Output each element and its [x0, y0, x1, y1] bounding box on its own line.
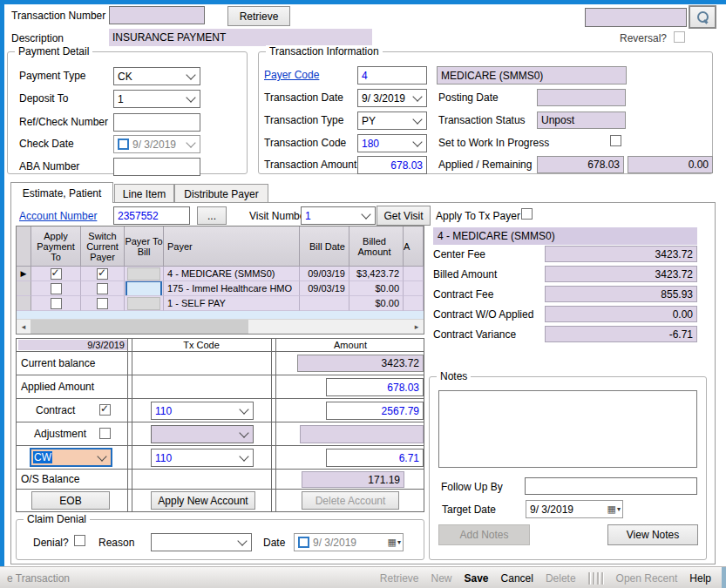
- chevron-down-icon: [239, 451, 248, 461]
- billed-amount-field: 3423.72: [545, 266, 697, 282]
- applied-amount-row: Applied Amount 678.03: [17, 375, 424, 399]
- contract-wo-applied-label: Contract W/O Applied: [433, 308, 533, 321]
- dropdown-arrow-icon: ▾: [617, 505, 621, 513]
- contract-txcode-select[interactable]: 110: [151, 402, 254, 420]
- payer-row-medicare[interactable]: ▶ 4 - MEDICARE (SMMS0) 09/03/19 $3,423.7…: [17, 267, 424, 281]
- claim-denial-title: Claim Denial: [24, 513, 90, 525]
- scrollbar-thumb[interactable]: [31, 320, 248, 334]
- eob-button[interactable]: EOB: [31, 491, 110, 510]
- grid-separator: [127, 339, 132, 511]
- current-balance-field: 3423.72: [297, 355, 424, 372]
- os-balance-field: 171.19: [302, 471, 404, 488]
- col-bill-date: Bill Date: [300, 226, 349, 267]
- row-selector-icon: ▶: [17, 267, 31, 281]
- payer-to-bill-cell[interactable]: [127, 267, 160, 280]
- contract-amount-input[interactable]: 2567.79: [326, 402, 424, 420]
- payer-cell: 175 - Immel Healthcare HMO: [164, 281, 300, 296]
- contract-fee-field: 855.93: [545, 286, 697, 302]
- contract-label: Contract: [36, 404, 75, 416]
- applied-amount-input[interactable]: 678.03: [326, 378, 424, 396]
- adjustment-row: Adjustment: [17, 422, 424, 446]
- payer-row-immel[interactable]: 175 - Immel Healthcare HMO 09/03/19 $0.0…: [17, 281, 424, 296]
- switch-payer-checkbox[interactable]: [97, 298, 108, 309]
- denial-date-label: Date: [263, 537, 285, 549]
- apply-grid: 9/3/2019 Tx Code Amount Current balance …: [16, 338, 424, 512]
- contract-checkbox[interactable]: [99, 404, 111, 416]
- payer-row-selfpay[interactable]: 1 - SELF PAY $0.00: [17, 296, 424, 311]
- current-balance-row: Current balance 3423.72: [17, 352, 424, 375]
- switch-payer-checkbox[interactable]: [97, 283, 108, 294]
- summary-header: 4 - MEDICARE (SMMS0): [433, 227, 697, 245]
- tab-page-content: Account Number 2357552 ... Visit Number …: [0, 0, 726, 588]
- dropdown-arrow-icon: ▾: [397, 538, 401, 546]
- payer-to-bill-cell-focused[interactable]: [126, 281, 162, 296]
- contract-row: Contract 110 2567.79: [17, 399, 424, 422]
- denial-date-checkbox[interactable]: [298, 537, 309, 548]
- bill-date-cell: 09/03/19: [300, 281, 349, 296]
- denial-date-picker[interactable]: 9/ 3/2019 ▦ ▾: [294, 533, 404, 551]
- view-notes-button[interactable]: View Notes: [607, 524, 698, 545]
- denial-checkbox[interactable]: [74, 535, 85, 546]
- writeoff-amount-input[interactable]: 6.71: [326, 449, 424, 467]
- delete-account-button: Delete Account: [302, 491, 399, 510]
- switch-payer-checkbox[interactable]: [97, 268, 108, 280]
- apply-grid-header: 9/3/2019 Tx Code Amount: [17, 339, 424, 352]
- center-fee-label: Center Fee: [433, 248, 485, 260]
- apply-to-tx-payer-checkbox[interactable]: [521, 208, 533, 220]
- horizontal-scrollbar[interactable]: ◂ ▸: [17, 319, 424, 334]
- denial-label: Denial?: [33, 537, 69, 549]
- col-billed-amount: Billed Amount: [349, 226, 404, 267]
- os-balance-label: O/S Balance: [21, 473, 79, 485]
- grid-date-header: 9/3/2019: [18, 340, 127, 350]
- reason-label: Reason: [98, 537, 134, 549]
- contract-fee-label: Contract Fee: [433, 288, 493, 301]
- payer-to-bill-cell[interactable]: [127, 297, 160, 310]
- writeoff-code-combo[interactable]: CW: [30, 448, 112, 467]
- apply-payment-checkbox[interactable]: [51, 268, 62, 280]
- applied-amount-label: Applied Amount: [21, 381, 94, 393]
- tab-estimate-patient[interactable]: Estimate, Patient: [10, 182, 113, 203]
- notes-title: Notes: [437, 370, 471, 382]
- payer-cell: 4 - MEDICARE (SMMS0): [164, 267, 300, 281]
- follow-up-by-input[interactable]: [525, 477, 697, 495]
- calendar-icon: ▦: [607, 504, 616, 515]
- visit-number-select[interactable]: 1: [301, 206, 376, 225]
- scroll-right-icon[interactable]: ▸: [410, 320, 424, 334]
- scroll-left-icon[interactable]: ◂: [17, 320, 31, 334]
- follow-up-by-label: Follow Up By: [441, 481, 503, 493]
- billed-amount-cell: $3,423.72: [349, 267, 404, 281]
- writeoff-selected-text: CW: [33, 451, 52, 463]
- billed-amount-label: Billed Amount: [433, 268, 497, 280]
- apply-new-account-button[interactable]: Apply New Account: [151, 491, 255, 510]
- add-notes-button: Add Notes: [438, 524, 530, 545]
- col-clipped: A: [404, 226, 424, 267]
- account-number-link[interactable]: Account Number: [19, 210, 97, 222]
- bill-date-cell: 09/03/19: [300, 267, 349, 281]
- transaction-window: Transaction Number Retrieve Description …: [0, 0, 726, 588]
- writeoff-txcode-select[interactable]: 110: [151, 449, 254, 467]
- reason-select[interactable]: [151, 533, 252, 551]
- payer-table: Apply Payment To Switch Current Payer Pa…: [16, 226, 424, 335]
- account-lookup-button[interactable]: ...: [197, 206, 227, 225]
- account-number-input[interactable]: 2357552: [113, 206, 190, 225]
- chevron-down-icon: [237, 536, 247, 545]
- chevron-down-icon: [239, 428, 248, 437]
- bill-date-cell: [300, 296, 349, 311]
- apply-payment-checkbox[interactable]: [51, 283, 62, 294]
- col-payer: Payer: [164, 226, 300, 267]
- grid-amount-header: Amount: [277, 340, 424, 350]
- payer-table-header: Apply Payment To Switch Current Payer Pa…: [17, 226, 424, 267]
- adjustment-checkbox[interactable]: [99, 428, 111, 439]
- payer-cell: 1 - SELF PAY: [164, 296, 300, 311]
- adjustment-txcode-select[interactable]: [151, 425, 254, 443]
- get-visit-button[interactable]: Get Visit: [377, 206, 431, 226]
- apply-to-tx-payer-label: Apply To Tx Payer: [436, 210, 520, 222]
- target-date-picker[interactable]: 9/ 3/2019 ▦ ▾: [526, 500, 623, 518]
- grid-separator: [271, 339, 276, 511]
- notes-textarea[interactable]: [438, 390, 697, 468]
- chevron-down-icon: [97, 451, 106, 461]
- adjustment-amount-field: [300, 425, 424, 443]
- calendar-icon: ▦: [388, 537, 397, 548]
- apply-payment-checkbox[interactable]: [51, 298, 62, 309]
- billed-amount-cell: $0.00: [349, 296, 404, 311]
